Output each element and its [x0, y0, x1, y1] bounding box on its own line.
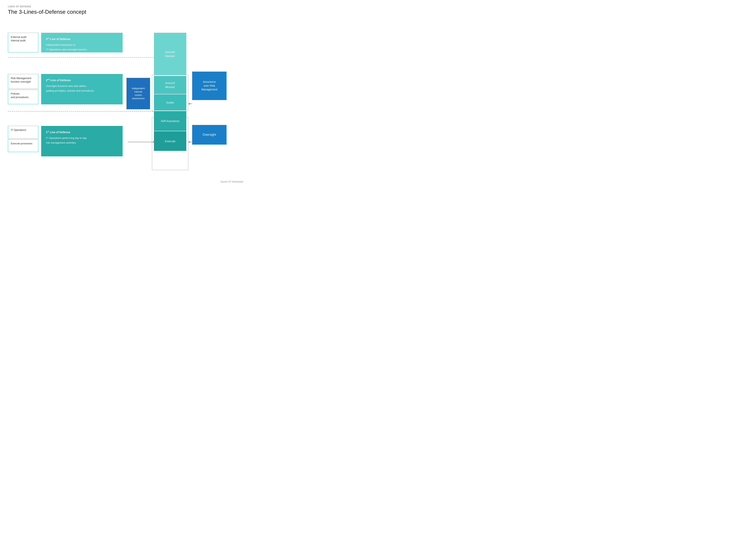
arrow-head-execute-right [188, 141, 190, 143]
third-line-desc: Independent assurance ofIT Operations an… [46, 43, 87, 51]
arrow-head-guide [188, 103, 190, 105]
arrow-to-execute [128, 141, 155, 143]
first-line-title: 1st Line of Defense [46, 130, 118, 134]
assure-monitor-top-label: Assure/Monitor [165, 50, 175, 58]
assurance-over-risk-management-box: Assuranceover RiskManagement [192, 72, 226, 100]
arrow-head-execute [154, 141, 155, 143]
defense-boxes-column: 3rd Line of Defense Independent assuranc… [41, 33, 123, 156]
arrow-to-execute-right [188, 141, 192, 143]
self-assurance-label: Self-Assurance [161, 119, 179, 123]
main-title: The 3-Lines-of-Defense concept [8, 9, 243, 15]
external-internal-audit-box: External auditInternal audit [8, 33, 38, 52]
third-line-title: 3rd Line of Defense [46, 37, 118, 41]
second-line-desc: Oversight functions who also defineguidi… [46, 84, 94, 92]
arrow-line-execute [128, 142, 154, 142]
iica-label: Independentinternalcontrolassessment [132, 87, 145, 100]
execute-block: Execute [154, 131, 186, 151]
oversight-box: Oversight [192, 125, 226, 144]
third-line-defense-box: 3rd Line of Defense Independent assuranc… [41, 33, 123, 52]
external-audit-label: External auditInternal audit [11, 36, 26, 42]
arrow-to-guide [188, 103, 192, 105]
assure-monitor-top-label-container: Assure/Monitor [154, 33, 186, 75]
source-text: Source: EY Switzerland [221, 180, 243, 183]
second-line-defense-box: 2nd Line of Defense Oversight functions … [41, 74, 123, 104]
diagram: External auditInternal audit Risk Manage… [8, 21, 243, 170]
guide-label: Guide [166, 101, 174, 104]
assure-monitor-bottom-label: Assure/Monitor [165, 81, 175, 89]
execute-processes-label: Execute processes [11, 142, 32, 145]
it-operations-box: IT Operations [8, 126, 38, 139]
iica-box: Independentinternalcontrolassessment [126, 78, 150, 109]
it-operations-label: IT Operations [11, 128, 26, 132]
policies-label: Policiesand procedures [11, 92, 28, 99]
page-container: LINES OF DEFENSE The 3-Lines-of-Defense … [0, 0, 251, 187]
arrow-line-execute-right [190, 142, 192, 142]
first-line-desc: IT Operations performing day to dayrisk … [46, 137, 87, 144]
section-label: LINES OF DEFENSE [8, 5, 243, 8]
arrow-line-guide [190, 104, 192, 104]
first-line-defense-box: 1st Line of Defense IT Operations perfor… [41, 126, 123, 156]
guide-block: Guide [154, 94, 186, 111]
left-column: External auditInternal audit Risk Manage… [8, 33, 38, 152]
risk-management-oversight-box: Risk Managementfunction oversight [8, 74, 38, 89]
execute-processes-box: Execute processes [8, 139, 38, 152]
execute-label: Execute [165, 139, 175, 143]
risk-management-label: Risk Managementfunction oversight [11, 77, 32, 83]
assure-monitor-bottom-block: Assure/Monitor [154, 76, 186, 94]
policies-procedures-box: Policiesand procedures [8, 89, 38, 104]
assurance-label: Assuranceover RiskManagement [201, 80, 218, 92]
oversight-label: Oversight [203, 133, 216, 137]
self-assurance-block: Self-Assurance [154, 111, 186, 131]
second-line-title: 2nd Line of Defense [46, 78, 118, 82]
